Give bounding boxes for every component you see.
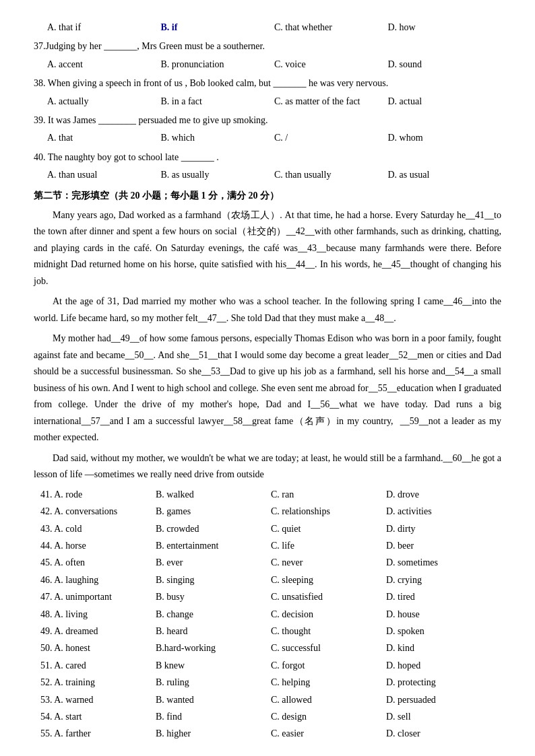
q53-option-d: D. persuaded bbox=[386, 693, 501, 708]
q38-option-a: A. actually bbox=[47, 94, 161, 109]
q54-option-c: C. design bbox=[271, 710, 386, 724]
q50-option-c: C. successful bbox=[271, 641, 386, 656]
q36-option-c: C. that whether bbox=[274, 20, 388, 35]
q54-option-d: D. sell bbox=[386, 710, 501, 724]
q55-option-c: C. easier bbox=[271, 726, 386, 741]
q36-option-b: B. if bbox=[161, 20, 275, 35]
q39-option-d: D. whom bbox=[388, 131, 502, 145]
q37-option-c: C. voice bbox=[274, 57, 388, 72]
q40-option-a: A. than usual bbox=[47, 168, 161, 182]
q47-option-c: C. unsatisfied bbox=[271, 590, 386, 605]
q48-option-c: C. decision bbox=[271, 607, 386, 622]
q40-options: A. than usual B. as usually C. than usua… bbox=[34, 168, 501, 182]
passage-p4: Dad said, without my mother, we wouldn't… bbox=[34, 450, 501, 483]
q42-option-c: C. relationships bbox=[271, 504, 386, 519]
q49-option-d: D. spoken bbox=[386, 624, 501, 639]
q49-option-b: B. heard bbox=[156, 624, 271, 639]
q53-option-c: C. allowed bbox=[271, 693, 386, 708]
q37-text: 37.Judging by her _______, Mrs Green mus… bbox=[34, 39, 501, 54]
q52-option-d: D. protecting bbox=[386, 675, 501, 690]
q49-option-c: C. thought bbox=[271, 624, 386, 639]
passage-p1: Many years ago, Dad worked as a farmhand… bbox=[34, 207, 501, 290]
q44-option-b: B. entertainment bbox=[156, 539, 271, 553]
q45-num: 45. A. often bbox=[40, 555, 156, 570]
q44-option-d: D. beer bbox=[386, 539, 501, 553]
q41-options: 41. A. rode B. walked C. ran D. drove bbox=[34, 487, 501, 502]
q41-num: 41. A. rode bbox=[40, 487, 156, 502]
q43-option-b: B. crowded bbox=[156, 522, 271, 537]
q37-options: A. accent B. pronunciation C. voice D. s… bbox=[34, 57, 501, 72]
q47-option-b: B. busy bbox=[156, 590, 271, 605]
q45-option-b: B. ever bbox=[156, 555, 271, 570]
q36-option-a: A. that if bbox=[47, 20, 161, 35]
q40-option-c: C. than usually bbox=[274, 168, 388, 182]
q37-option-b: B. pronunciation bbox=[161, 57, 275, 72]
q43-option-d: D. dirty bbox=[386, 522, 501, 537]
q48-option-d: D. house bbox=[386, 607, 501, 622]
q39-text: 39. It was James ________ persuaded me t… bbox=[34, 113, 501, 128]
q41-option-b: B. walked bbox=[156, 487, 271, 502]
q36-options: A. that if B. if C. that whether D. how bbox=[34, 20, 501, 35]
q53-option-b: B. wanted bbox=[156, 693, 271, 708]
q41-option-c: C. ran bbox=[271, 487, 386, 502]
q43-num: 43. A. cold bbox=[40, 522, 156, 537]
q39-options: A. that B. which C. / D. whom bbox=[34, 131, 501, 145]
q40-option-d: D. as usual bbox=[388, 168, 502, 182]
q51-options: 51. A. cared B knew C. forgot D. hoped bbox=[34, 658, 501, 673]
q54-options: 54. A. start B. find C. design D. sell bbox=[34, 710, 501, 724]
q42-options: 42. A. conversations B. games C. relatio… bbox=[34, 504, 501, 519]
q38-option-b: B. in a fact bbox=[161, 94, 275, 109]
q48-option-b: B. change bbox=[156, 607, 271, 622]
q54-option-b: B. find bbox=[156, 710, 271, 724]
q50-num: 50. A. honest bbox=[40, 641, 156, 656]
q45-options: 45. A. often B. ever C. never D. sometim… bbox=[34, 555, 501, 570]
q42-option-d: D. activities bbox=[386, 504, 501, 519]
q55-options: 55. A. farther B. higher C. easier D. cl… bbox=[34, 726, 501, 741]
q39-option-c: C. / bbox=[274, 131, 388, 145]
q40-option-b: B. as usually bbox=[161, 168, 275, 182]
q37-option-a: A. accent bbox=[47, 57, 161, 72]
q44-num: 44. A. horse bbox=[40, 539, 156, 553]
passage-p3: My mother had__49__of how some famous pe… bbox=[34, 331, 501, 446]
q46-option-d: D. crying bbox=[386, 573, 501, 588]
q51-option-c: C. forgot bbox=[271, 658, 386, 673]
q44-options: 44. A. horse B. entertainment C. life D.… bbox=[34, 539, 501, 553]
q51-option-d: D. hoped bbox=[386, 658, 501, 673]
q54-num: 54. A. start bbox=[40, 710, 156, 724]
q39-option-a: A. that bbox=[47, 131, 161, 145]
q38-option-d: D. actual bbox=[388, 94, 502, 109]
q53-num: 53. A. warned bbox=[40, 693, 156, 708]
q47-option-d: D. tired bbox=[386, 590, 501, 605]
q38-options: A. actually B. in a fact C. as matter of… bbox=[34, 94, 501, 109]
q47-options: 47. A. unimportant B. busy C. unsatisfie… bbox=[34, 590, 501, 605]
q50-option-d: D. kind bbox=[386, 641, 501, 656]
q53-options: 53. A. warned B. wanted C. allowed D. pe… bbox=[34, 693, 501, 708]
passage-p2: At the age of 31, Dad married my mother … bbox=[34, 294, 501, 327]
q51-num: 51. A. cared bbox=[40, 658, 156, 673]
q48-options: 48. A. living B. change C. decision D. h… bbox=[34, 607, 501, 622]
q41-option-d: D. drove bbox=[386, 487, 501, 502]
q42-option-b: B. games bbox=[156, 504, 271, 519]
q49-options: 49. A. dreamed B. heard C. thought D. sp… bbox=[34, 624, 501, 639]
q39-option-b: B. which bbox=[161, 131, 275, 145]
q36-option-d: D. how bbox=[388, 20, 502, 35]
q48-num: 48. A. living bbox=[40, 607, 156, 622]
q51-option-b: B knew bbox=[156, 658, 271, 673]
q52-num: 52. A. training bbox=[40, 675, 156, 690]
q52-options: 52. A. training B. ruling C. helping D. … bbox=[34, 675, 501, 690]
q50-option-b: B.hard-working bbox=[156, 641, 271, 656]
q43-options: 43. A. cold B. crowded C. quiet D. dirty bbox=[34, 522, 501, 537]
q45-option-d: D. sometimes bbox=[386, 555, 501, 570]
q42-num: 42. A. conversations bbox=[40, 504, 156, 519]
q46-num: 46. A. laughing bbox=[40, 573, 156, 588]
q37-option-d: D. sound bbox=[388, 57, 502, 72]
q46-option-b: B. singing bbox=[156, 573, 271, 588]
q50-options: 50. A. honest B.hard-working C. successf… bbox=[34, 641, 501, 656]
q55-num: 55. A. farther bbox=[40, 726, 156, 741]
q40-text: 40. The naughty boy got to school late _… bbox=[34, 150, 501, 165]
q49-num: 49. A. dreamed bbox=[40, 624, 156, 639]
section-title: 第二节：完形填空（共 20 小题；每小题 1 分，满分 20 分） bbox=[34, 188, 501, 203]
q52-option-b: B. ruling bbox=[156, 675, 271, 690]
q38-option-c: C. as matter of the fact bbox=[274, 94, 388, 109]
q45-option-c: C. never bbox=[271, 555, 386, 570]
